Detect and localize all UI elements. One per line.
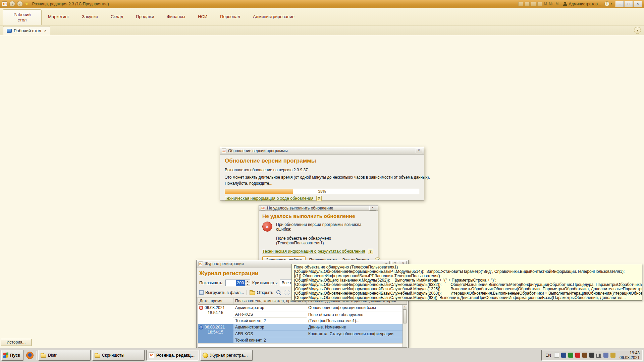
- section-tab-finansy[interactable]: Финансы: [161, 14, 192, 19]
- tray-icon-7[interactable]: [603, 353, 608, 358]
- tray-time: 19:43: [620, 351, 640, 355]
- calendar-icon[interactable]: [531, 2, 536, 6]
- taskbar-separator: [36, 351, 37, 360]
- current-user-menu[interactable]: Администратор...: [563, 2, 601, 6]
- clock[interactable]: 19:43 06.08.2021: [618, 351, 640, 360]
- help-icon[interactable]: ?: [368, 249, 373, 254]
- export-to-file-button[interactable]: Выгрузить в файл...: [199, 290, 244, 295]
- interval-icon: ↔: [284, 290, 290, 295]
- window-title: Розница, редакция 2.3 (1С:Предприятие): [32, 2, 517, 6]
- window-controls: – □ ×: [615, 1, 642, 7]
- network-signal-icon[interactable]: [596, 354, 601, 358]
- quick-launch-firefox[interactable]: [25, 352, 35, 359]
- error-intro-text: При обновлении версии программы возникла…: [276, 222, 374, 232]
- taskbar-button-roznitsa[interactable]: 1С Розница, редакци...: [146, 350, 199, 361]
- tray-date: 06.08.2021: [620, 355, 640, 360]
- folder-icon: [250, 291, 255, 295]
- close-icon[interactable]: ×: [416, 148, 422, 153]
- main-window-titlebar: 1С ‹ › ★ Розница, редакция 2.3 (1С:Предп…: [0, 0, 644, 8]
- update-progress-dialog: 1С Обновление версии программы × Обновле…: [220, 147, 424, 200]
- update-failed-dialog: 1С Не удалось выполнить обновление × Не …: [259, 205, 378, 261]
- history-button[interactable]: История...: [1, 339, 32, 346]
- window-list-button[interactable]: ▾: [634, 27, 641, 34]
- spin-up-icon[interactable]: ▲: [245, 280, 250, 283]
- favorites-icon[interactable]: ★: [25, 1, 29, 7]
- show-count-input[interactable]: 200 ▲ ▼: [225, 280, 250, 286]
- taskbar: Пуск Distr Скриншоты 1С Розница, редакци…: [0, 348, 644, 362]
- tab-label: Рабочий стол: [14, 28, 41, 33]
- memory-mminus-button[interactable]: M-: [555, 2, 560, 6]
- onec-icon: 1С: [222, 148, 226, 153]
- minimize-button[interactable]: –: [615, 1, 624, 7]
- section-tab-nsi[interactable]: НСИ: [192, 14, 214, 19]
- screen: 1С ‹ › ★ Розница, редакция 2.3 (1С:Предп…: [0, 0, 644, 362]
- date-cell: i 06.08.2021 18:54:15: [198, 324, 233, 343]
- search-icon[interactable]: [276, 290, 281, 295]
- update-duration-text: Это может занять длительное время (от од…: [225, 175, 419, 180]
- tray-icon-5[interactable]: [582, 353, 587, 358]
- error-row: × При обновлении версии программы возник…: [262, 222, 374, 245]
- scrollbar-thumb[interactable]: [403, 309, 407, 323]
- section-tab-marketing[interactable]: Маркетинг: [42, 14, 75, 19]
- taskbar-button-event-log[interactable]: Журнал регистраци...: [200, 350, 253, 361]
- user-cell: Администратор AFR-KOS Тонкий клиент, 2: [233, 305, 307, 324]
- update-info-link[interactable]: Техническая информация о ходе обновления: [225, 196, 314, 201]
- folder-icon: [41, 354, 46, 358]
- tray-icon-8[interactable]: [610, 353, 615, 358]
- section-tab-zakupki[interactable]: Закупки: [75, 14, 104, 19]
- tab-rabochiy-stol[interactable]: Рабочий стол ×: [3, 26, 50, 35]
- section-tab-sklad[interactable]: Склад: [104, 14, 130, 19]
- error-message-text: Поле объекта не обнаружено (ТелефонПольз…: [276, 236, 374, 245]
- forward-icon[interactable]: ›: [17, 1, 23, 7]
- info-severity-icon: i: [199, 325, 203, 329]
- folder-icon: [95, 354, 100, 358]
- dialog-heading: Обновление версии программы: [225, 158, 419, 164]
- desktop-icon: [7, 29, 12, 33]
- event-log-table: Дата, время Пользователь, компьютер, при…: [198, 298, 407, 348]
- calculator-icon[interactable]: [537, 2, 542, 6]
- close-button[interactable]: ×: [634, 1, 642, 7]
- section-tab-rabochiy-stol[interactable]: Рабочий стол: [3, 9, 42, 25]
- event-log-icon: [203, 353, 208, 358]
- open-button[interactable]: Открыть: [250, 290, 273, 295]
- close-icon[interactable]: ×: [369, 205, 376, 210]
- volume-icon[interactable]: [589, 353, 594, 358]
- error-info-link[interactable]: Техническая информация о результатах обн…: [262, 249, 365, 254]
- table-row[interactable]: × 06.08.2021 18:54:15 Администратор AFR-…: [198, 305, 407, 324]
- toolbar-separator: [247, 290, 247, 295]
- section-tab-personal[interactable]: Персонал: [214, 14, 247, 19]
- link-row: Техническая информация о ходе обновления…: [225, 196, 419, 201]
- tray-icon-4[interactable]: [575, 353, 580, 358]
- memory-m-button[interactable]: M: [544, 2, 547, 6]
- user-cell: Администратор AFR-KOS Тонкий клиент, 2: [233, 324, 307, 343]
- chevron-down-icon[interactable]: ▾: [611, 2, 612, 5]
- spin-down-icon[interactable]: ▼: [245, 283, 250, 286]
- current-user-name: Администратор...: [569, 2, 601, 6]
- scroll-up-icon[interactable]: ▲: [403, 305, 407, 309]
- maximize-button[interactable]: □: [625, 1, 633, 7]
- section-tab-administrirovanie[interactable]: Администрирование: [247, 14, 301, 19]
- spinner: ▲ ▼: [245, 280, 250, 286]
- tray-icon-2[interactable]: [561, 353, 566, 358]
- tray-icon-1[interactable]: [554, 353, 559, 358]
- taskbar-button-distr[interactable]: Distr: [38, 350, 91, 361]
- tray-icon-3[interactable]: [568, 353, 573, 358]
- section-tab-prodazhi[interactable]: Продажи: [129, 14, 160, 19]
- memory-mplus-button[interactable]: M+: [549, 2, 554, 6]
- tab-close-icon[interactable]: ×: [44, 29, 47, 33]
- dialog-title: Не удалось выполнить обновление: [267, 206, 368, 210]
- vertical-scrollbar[interactable]: ▲: [402, 305, 407, 347]
- file-icon[interactable]: [518, 2, 523, 6]
- language-indicator[interactable]: EN: [544, 353, 552, 358]
- back-icon[interactable]: ‹: [9, 1, 15, 7]
- help-icon[interactable]: ?: [316, 196, 322, 201]
- find-icon[interactable]: [525, 2, 530, 6]
- table-row-selected[interactable]: i 06.08.2021 18:54:15 Администратор AFR-…: [198, 324, 407, 344]
- error-texts: При обновлении версии программы возникла…: [276, 222, 374, 245]
- start-button[interactable]: Пуск: [1, 350, 23, 361]
- about-icon[interactable]: i: [604, 1, 609, 6]
- column-header-date[interactable]: Дата, время: [198, 298, 233, 304]
- error-severity-icon: ×: [199, 306, 203, 310]
- dialog-body: Не удалось выполнить обновление × При об…: [259, 211, 378, 254]
- taskbar-button-screenshots[interactable]: Скриншоты: [92, 350, 145, 361]
